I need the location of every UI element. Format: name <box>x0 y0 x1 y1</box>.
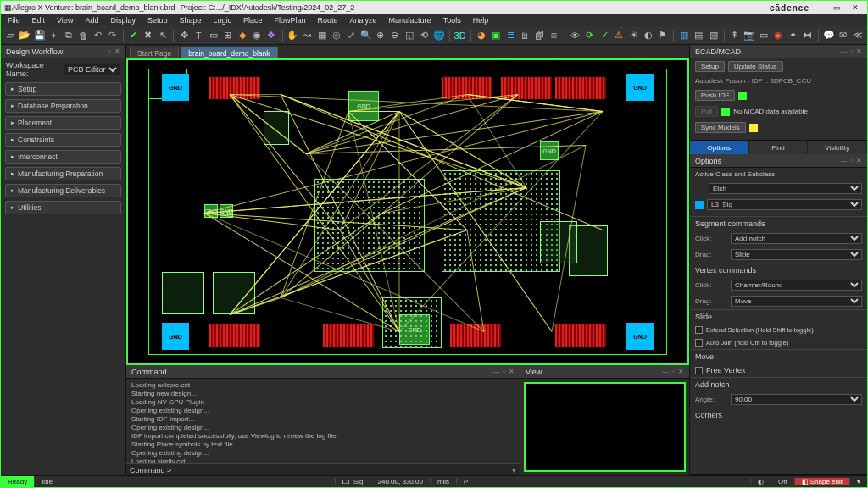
rect-icon[interactable]: ▭ <box>207 28 219 43</box>
alert-icon[interactable]: ◉ <box>772 28 784 43</box>
global-icon[interactable]: ⊞ <box>222 28 234 43</box>
merge-icon[interactable]: ⧓ <box>802 28 814 43</box>
menu-add[interactable]: Add <box>85 16 98 25</box>
pin-icon[interactable]: ◉ <box>251 28 263 43</box>
comment-icon[interactable]: 💬 <box>823 28 835 43</box>
share-icon[interactable]: ≪ <box>852 28 864 43</box>
plus-icon[interactable]: ＋ <box>48 28 60 43</box>
menu-manufacture[interactable]: Manufacture <box>389 16 431 25</box>
menu-analyze[interactable]: Analyze <box>350 16 377 25</box>
wf-database[interactable]: Database Preparation <box>5 99 121 113</box>
zoom-out-icon[interactable]: ⊖ <box>389 28 401 43</box>
tab-visibility[interactable]: Visibility <box>808 141 867 154</box>
menu-place[interactable]: Place <box>243 16 263 25</box>
frame-icon[interactable]: ▭ <box>758 28 770 43</box>
wf-mfg-prep[interactable]: Manufacturing Preparation <box>5 167 121 180</box>
tab-options[interactable]: Options <box>690 141 749 154</box>
xsec-icon[interactable]: ⧇ <box>548 28 560 43</box>
light-icon[interactable]: ☀ <box>628 28 640 43</box>
eye-icon[interactable]: 👁 <box>570 28 581 43</box>
panel-min-icon[interactable]: — <box>492 368 499 375</box>
subclass-select[interactable]: L3_Sig <box>707 199 862 210</box>
hand-icon[interactable]: ✋ <box>287 28 298 43</box>
doc-icon[interactable]: 🗎 <box>519 28 531 43</box>
vert-drag-select[interactable]: Move <box>731 296 862 307</box>
route-icon[interactable]: ↝ <box>302 28 314 43</box>
panel-min-icon[interactable]: — <box>662 368 669 375</box>
trash-icon[interactable]: 🗑 <box>77 28 89 43</box>
cancel-icon[interactable]: ✖ <box>142 28 154 43</box>
ui3-icon[interactable]: ▧ <box>707 28 719 43</box>
close-button[interactable]: ✕ <box>847 3 864 13</box>
extend-checkbox[interactable] <box>695 326 703 334</box>
seg-drag-select[interactable]: Slide <box>731 249 862 260</box>
tab-start-page[interactable]: Start Page <box>130 47 179 58</box>
text-icon[interactable]: T <box>192 28 204 43</box>
cam-icon[interactable]: 📷 <box>743 28 755 43</box>
minimize-button[interactable]: — <box>810 3 826 13</box>
zoom-in2-icon[interactable]: ⊕ <box>375 28 387 43</box>
push-idf-button[interactable]: Push IDF <box>695 90 735 101</box>
wf-mfg-deliverables[interactable]: Manufacturing Deliverables <box>5 184 121 197</box>
ui1-icon[interactable]: ▥ <box>678 28 690 43</box>
status-unit[interactable]: mils <box>430 478 456 485</box>
panel-float-icon[interactable]: ▫ <box>850 157 853 164</box>
pull-button[interactable]: Pull <box>695 106 718 117</box>
3d-icon[interactable]: 3D <box>454 28 466 43</box>
sheets-icon[interactable]: 🗐 <box>533 28 545 43</box>
menu-route[interactable]: Route <box>318 16 338 25</box>
tab-board[interactable]: brain_board_demo_blank <box>181 47 277 58</box>
wf-interconnect[interactable]: Interconnect <box>5 150 121 164</box>
wf-utilities[interactable]: Utilities <box>5 201 121 214</box>
refresh-icon[interactable]: ⟳ <box>584 28 596 43</box>
color-icon[interactable]: ◕ <box>476 28 487 43</box>
status-p[interactable]: P <box>456 478 475 485</box>
open-icon[interactable]: 📂 <box>19 28 31 43</box>
status-shape-edit[interactable]: ◧ Shape edit <box>794 478 850 485</box>
grid-icon[interactable]: ▦ <box>316 28 328 43</box>
panel-float-icon[interactable]: ▫ <box>850 47 853 55</box>
status-drop-icon[interactable]: ▾ <box>849 478 867 485</box>
drc-icon[interactable]: ▣ <box>490 28 502 43</box>
check-icon[interactable]: ✓ <box>598 28 610 43</box>
panel-float-icon[interactable]: ▫ <box>108 47 111 55</box>
done-icon[interactable]: ✔ <box>128 28 140 43</box>
shadow-icon[interactable]: ◐ <box>643 28 654 43</box>
move-icon[interactable]: ✥ <box>178 28 190 43</box>
angle-select[interactable]: 90.00 <box>731 394 862 405</box>
menu-setup[interactable]: Setup <box>147 16 168 25</box>
maximize-button[interactable]: ▭ <box>828 3 845 13</box>
via-icon[interactable]: ◎ <box>331 28 342 43</box>
zoom-world-icon[interactable]: 🌐 <box>433 28 445 43</box>
panel-close-icon[interactable]: ✕ <box>856 47 862 55</box>
zoom-fit-icon[interactable]: ⤢ <box>345 28 357 43</box>
copy-icon[interactable]: ⧉ <box>63 28 75 43</box>
status-toggle-icon[interactable]: ◐ <box>750 478 771 485</box>
cloud1-icon[interactable]: ↟ <box>728 28 740 43</box>
seg-click-select[interactable]: Add notch <box>731 233 862 244</box>
panel-close-icon[interactable]: ✕ <box>509 368 515 375</box>
ui2-icon[interactable]: ▤ <box>693 28 704 43</box>
panel-close-icon[interactable]: ✕ <box>114 47 120 55</box>
freevertex-checkbox[interactable] <box>695 367 703 374</box>
menu-logic[interactable]: Logic <box>213 16 231 25</box>
save-icon[interactable]: 💾 <box>33 28 45 43</box>
chevron-down-icon[interactable]: ▾ <box>512 466 516 474</box>
zoom-prev-icon[interactable]: ⟲ <box>418 28 430 43</box>
panel-close-icon[interactable]: ✕ <box>678 368 684 375</box>
msg-icon[interactable]: ✉ <box>837 28 849 43</box>
wf-placement[interactable]: Placement <box>5 116 121 130</box>
redo-icon[interactable]: ↷ <box>107 28 119 43</box>
new-icon[interactable]: ▱ <box>4 28 16 43</box>
status-layer[interactable]: L3_Sig <box>335 478 370 485</box>
wf-constraints[interactable]: Constraints <box>5 133 121 147</box>
shape-icon[interactable]: ◆ <box>236 28 248 43</box>
zoom-in-icon[interactable]: 🔍 <box>359 28 371 43</box>
workspace-select[interactable]: PCB Editor <box>64 64 120 75</box>
stack-icon[interactable]: ≣ <box>504 28 516 43</box>
menu-file[interactable]: File <box>8 16 20 25</box>
sync-models-button[interactable]: Sync Models <box>695 122 746 133</box>
autojoin-checkbox[interactable] <box>695 339 703 347</box>
ecad-setup-button[interactable]: Setup <box>695 61 725 72</box>
warn-icon[interactable]: ⚠ <box>613 28 625 43</box>
